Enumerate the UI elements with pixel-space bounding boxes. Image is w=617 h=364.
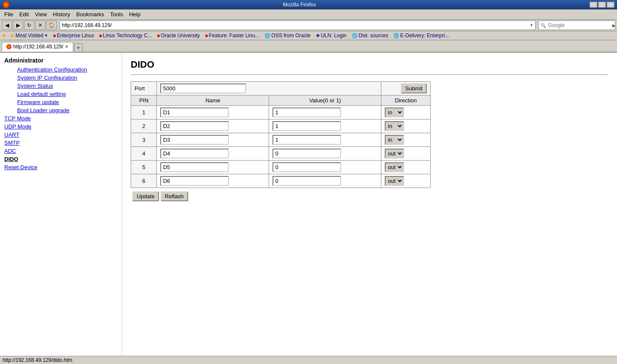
direction-select-0[interactable]: in out bbox=[385, 107, 404, 117]
maximize-button[interactable]: □ bbox=[598, 2, 606, 8]
tab-current[interactable]: http://192.168.49.129/ ✕ bbox=[2, 42, 73, 52]
address-input[interactable] bbox=[62, 22, 530, 28]
bookmarks-bar-icon: ★ bbox=[2, 33, 6, 39]
uln-icon: ❖ bbox=[316, 33, 320, 39]
title-bar-controls: ─ □ ✕ bbox=[590, 2, 614, 8]
name-input-4[interactable] bbox=[160, 162, 229, 172]
value-input-3[interactable] bbox=[273, 149, 341, 158]
menu-edit[interactable]: Edit bbox=[17, 10, 31, 18]
sidebar-item-adc[interactable]: ADC bbox=[4, 148, 117, 154]
search-input[interactable] bbox=[548, 22, 612, 28]
sidebar-item-reset-device[interactable]: Reset Device bbox=[4, 164, 117, 170]
most-visited-icon: ★ bbox=[10, 33, 15, 39]
direction-cell: in out bbox=[381, 161, 431, 174]
table-row: 3 in out bbox=[131, 133, 431, 147]
bookmark-linux-tech[interactable]: ■ Linux Technology C... bbox=[97, 32, 153, 39]
sidebar-item-system-ip[interactable]: System IP Configuration bbox=[17, 75, 117, 81]
name-input-2[interactable] bbox=[160, 135, 229, 145]
port-input[interactable] bbox=[160, 84, 246, 93]
bookmark-oracle-university[interactable]: ■ Oracle University bbox=[156, 32, 202, 39]
forward-button[interactable]: ▶ bbox=[13, 21, 23, 30]
address-bar[interactable]: ▼ bbox=[60, 21, 536, 30]
reflash-button[interactable]: Reflash bbox=[161, 191, 188, 201]
pin-header: PIN bbox=[131, 95, 157, 106]
name-input-5[interactable] bbox=[160, 176, 229, 186]
sidebar-item-udp-mode[interactable]: UDP Mode bbox=[4, 123, 117, 130]
value-cell bbox=[269, 119, 381, 133]
value-input-2[interactable] bbox=[273, 135, 341, 145]
sidebar-item-bootloader[interactable]: Boot Loader upgrade bbox=[17, 107, 117, 113]
home-button[interactable]: 🏠 bbox=[46, 21, 57, 30]
pin-cell: 1 bbox=[131, 106, 157, 119]
table-row: 4 in out bbox=[131, 147, 431, 161]
name-cell bbox=[157, 174, 269, 188]
direction-cell: in out bbox=[381, 133, 431, 147]
close-button[interactable]: ✕ bbox=[607, 2, 614, 8]
value-input-1[interactable] bbox=[273, 121, 341, 131]
direction-select-2[interactable]: in out bbox=[385, 135, 404, 145]
menu-tools[interactable]: Tools bbox=[108, 10, 126, 18]
pin-cell: 5 bbox=[131, 161, 157, 174]
reload-button[interactable]: ↻ bbox=[24, 21, 34, 30]
menu-history[interactable]: History bbox=[50, 10, 72, 18]
sidebar-item-uart[interactable]: UART bbox=[4, 131, 117, 138]
value-input-5[interactable] bbox=[273, 176, 341, 186]
value-input-4[interactable] bbox=[273, 162, 341, 172]
tab-bar: http://192.168.49.129/ ✕ + bbox=[0, 40, 617, 53]
bookmark-enterprise-linux[interactable]: ■ Enterprise Linux bbox=[51, 32, 96, 39]
table-row: 6 in out bbox=[131, 174, 431, 188]
title-bar: Mozilla Firefox ─ □ ✕ bbox=[0, 0, 617, 9]
direction-select-3[interactable]: in out bbox=[385, 149, 404, 158]
title-divider bbox=[131, 75, 608, 75]
submit-button[interactable]: Submit bbox=[401, 84, 427, 93]
search-go-icon[interactable]: ▶ bbox=[612, 23, 616, 28]
menu-view[interactable]: View bbox=[32, 10, 49, 18]
menu-file[interactable]: File bbox=[2, 10, 16, 18]
menu-help[interactable]: Help bbox=[126, 10, 143, 18]
name-input-1[interactable] bbox=[160, 121, 229, 131]
bookmark-edelivery[interactable]: 🌐 E-Delivery: Enterpri... bbox=[392, 32, 451, 39]
name-input-3[interactable] bbox=[160, 149, 229, 158]
sidebar-item-system-status[interactable]: System Status bbox=[17, 83, 117, 89]
direction-cell: in out bbox=[381, 106, 431, 119]
sidebar-item-smtp[interactable]: SMTP bbox=[4, 140, 117, 146]
sidebar-item-tcp-mode[interactable]: TCP Mode bbox=[4, 115, 117, 122]
value-cell bbox=[269, 161, 381, 174]
bookmark-uln-login[interactable]: ❖ ULN: Login bbox=[314, 32, 348, 39]
update-button[interactable]: Update bbox=[132, 191, 159, 201]
oracle-uni-icon: ■ bbox=[157, 33, 160, 38]
content-area: DIDO Port Submit PIN Name Value(0 or 1) … bbox=[122, 53, 617, 356]
value-cell bbox=[269, 147, 381, 161]
bookmark-feature-faster[interactable]: ■ Feature: Faster Linu... bbox=[204, 32, 261, 39]
pin-cell: 4 bbox=[131, 147, 157, 161]
bookmark-most-visited[interactable]: ★ Most Visited ▼ bbox=[8, 32, 50, 39]
sidebar-item-load-default[interactable]: Load default setting bbox=[17, 91, 117, 97]
new-tab-button[interactable]: + bbox=[74, 43, 83, 52]
direction-cell: in out bbox=[381, 174, 431, 188]
bookmark-dist-sources[interactable]: 🌐 Dist. sources bbox=[350, 32, 390, 39]
stop-button[interactable]: ✕ bbox=[35, 21, 45, 30]
sidebar-item-firmware[interactable]: Firmware update bbox=[17, 99, 117, 105]
direction-header: Direction bbox=[381, 95, 431, 106]
back-button[interactable]: ◀ bbox=[2, 21, 12, 30]
minimize-button[interactable]: ─ bbox=[590, 2, 597, 8]
status-url: http://192.168.49.129/dido.htm bbox=[3, 357, 72, 363]
name-input-0[interactable] bbox=[160, 107, 229, 117]
tab-close-button[interactable]: ✕ bbox=[65, 45, 69, 49]
menu-bookmarks[interactable]: Bookmarks bbox=[74, 10, 107, 18]
sidebar-item-auth-config[interactable]: Authentication Configuration bbox=[17, 66, 117, 73]
direction-select-5[interactable]: in out bbox=[385, 176, 404, 186]
search-bar[interactable]: 🔍 ▶ bbox=[538, 21, 615, 30]
name-cell bbox=[157, 133, 269, 147]
address-dropdown-icon[interactable]: ▼ bbox=[530, 23, 533, 27]
direction-select-4[interactable]: in out bbox=[385, 162, 404, 172]
submit-cell: Submit bbox=[381, 82, 431, 95]
direction-select-1[interactable]: in out bbox=[385, 121, 404, 131]
window-title: Mozilla Firefox bbox=[9, 2, 590, 8]
enterprise-linux-icon: ■ bbox=[53, 33, 56, 38]
table-row: 2 in out bbox=[131, 119, 431, 133]
bookmark-oss-oracle[interactable]: 🌐 OSS from Oracle bbox=[263, 32, 312, 39]
sidebar-item-dido[interactable]: DIDO bbox=[4, 156, 117, 162]
value-input-0[interactable] bbox=[273, 107, 341, 117]
value-cell bbox=[269, 133, 381, 147]
